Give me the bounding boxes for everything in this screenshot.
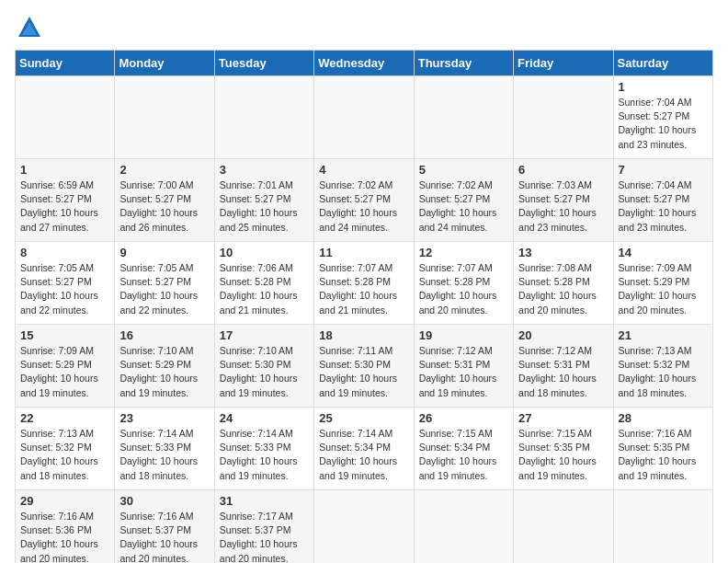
day-info: Sunrise: 7:12 AM Sunset: 5:31 PM Dayligh… (518, 344, 608, 400)
day-info: Sunrise: 7:10 AM Sunset: 5:29 PM Dayligh… (119, 344, 209, 400)
day-info: Sunrise: 7:10 AM Sunset: 5:30 PM Dayligh… (220, 344, 309, 400)
calendar-cell: 8Sunrise: 7:05 AM Sunset: 5:27 PM Daylig… (16, 242, 115, 325)
calendar-cell (414, 490, 513, 564)
day-info: Sunrise: 7:13 AM Sunset: 5:32 PM Dayligh… (619, 344, 708, 400)
calendar-cell (115, 76, 214, 159)
calendar-cell: 9Sunrise: 7:05 AM Sunset: 5:27 PM Daylig… (115, 242, 214, 325)
day-info: Sunrise: 7:15 AM Sunset: 5:35 PM Dayligh… (518, 427, 608, 483)
calendar-cell (613, 490, 712, 564)
day-info: Sunrise: 7:17 AM Sunset: 5:37 PM Dayligh… (220, 510, 309, 563)
calendar-cell (514, 76, 613, 159)
day-number: 26 (419, 411, 508, 425)
calendar-cell: 15Sunrise: 7:09 AM Sunset: 5:29 PM Dayli… (16, 325, 115, 408)
day-number: 31 (220, 494, 309, 508)
day-info: Sunrise: 7:09 AM Sunset: 5:29 PM Dayligh… (20, 344, 109, 400)
header-sunday: Sunday (16, 51, 115, 76)
day-info: Sunrise: 7:04 AM Sunset: 5:27 PM Dayligh… (619, 96, 708, 152)
day-info: Sunrise: 7:05 AM Sunset: 5:27 PM Dayligh… (119, 261, 209, 317)
calendar-cell: 22Sunrise: 7:13 AM Sunset: 5:32 PM Dayli… (16, 408, 115, 490)
calendar-cell: 13Sunrise: 7:08 AM Sunset: 5:28 PM Dayli… (514, 242, 613, 325)
day-info: Sunrise: 7:09 AM Sunset: 5:29 PM Dayligh… (619, 261, 708, 317)
calendar-cell: 10Sunrise: 7:06 AM Sunset: 5:28 PM Dayli… (214, 242, 313, 325)
day-info: Sunrise: 7:14 AM Sunset: 5:34 PM Dayligh… (319, 427, 408, 483)
header-saturday: Saturday (613, 51, 712, 76)
calendar-cell: 26Sunrise: 7:15 AM Sunset: 5:34 PM Dayli… (414, 408, 513, 490)
calendar-cell: 29Sunrise: 7:16 AM Sunset: 5:36 PM Dayli… (16, 490, 115, 564)
day-number: 19 (419, 328, 508, 342)
calendar-header-row: SundayMondayTuesdayWednesdayThursdayFrid… (16, 51, 713, 76)
calendar-week-1: 1Sunrise: 7:04 AM Sunset: 5:27 PM Daylig… (16, 76, 713, 159)
header-tuesday: Tuesday (214, 51, 313, 76)
day-number: 28 (619, 411, 708, 425)
calendar-cell: 17Sunrise: 7:10 AM Sunset: 5:30 PM Dayli… (214, 325, 313, 408)
day-number: 21 (619, 328, 708, 342)
calendar-cell: 5Sunrise: 7:02 AM Sunset: 5:27 PM Daylig… (414, 159, 513, 242)
day-number: 11 (319, 246, 408, 259)
day-info: Sunrise: 7:14 AM Sunset: 5:33 PM Dayligh… (119, 427, 209, 483)
calendar-week-6: 29Sunrise: 7:16 AM Sunset: 5:36 PM Dayli… (16, 490, 713, 564)
header-friday: Friday (514, 51, 613, 76)
day-number: 13 (518, 246, 608, 259)
calendar-week-4: 15Sunrise: 7:09 AM Sunset: 5:29 PM Dayli… (16, 325, 713, 408)
day-number: 3 (220, 163, 309, 177)
day-number: 30 (119, 494, 209, 508)
calendar-week-2: 1Sunrise: 6:59 AM Sunset: 5:27 PM Daylig… (16, 159, 713, 242)
day-info: Sunrise: 6:59 AM Sunset: 5:27 PM Dayligh… (20, 178, 109, 235)
day-info: Sunrise: 7:11 AM Sunset: 5:30 PM Dayligh… (319, 344, 408, 400)
calendar-cell: 1Sunrise: 6:59 AM Sunset: 5:27 PM Daylig… (16, 159, 115, 242)
day-number: 5 (419, 163, 508, 177)
calendar-cell: 30Sunrise: 7:16 AM Sunset: 5:37 PM Dayli… (115, 490, 214, 564)
calendar-cell (514, 490, 613, 564)
calendar-cell: 23Sunrise: 7:14 AM Sunset: 5:33 PM Dayli… (115, 408, 214, 490)
calendar-cell: 18Sunrise: 7:11 AM Sunset: 5:30 PM Dayli… (314, 325, 414, 408)
day-info: Sunrise: 7:00 AM Sunset: 5:27 PM Dayligh… (119, 178, 209, 235)
day-info: Sunrise: 7:16 AM Sunset: 5:35 PM Dayligh… (619, 427, 708, 483)
header-thursday: Thursday (414, 51, 513, 76)
day-number: 29 (20, 494, 109, 508)
day-number: 23 (119, 411, 209, 425)
day-number: 27 (518, 411, 608, 425)
day-number: 7 (619, 163, 708, 177)
day-info: Sunrise: 7:07 AM Sunset: 5:28 PM Dayligh… (419, 261, 508, 317)
day-number: 12 (419, 246, 508, 259)
day-info: Sunrise: 7:16 AM Sunset: 5:36 PM Dayligh… (20, 510, 109, 563)
day-info: Sunrise: 7:01 AM Sunset: 5:27 PM Dayligh… (220, 178, 309, 235)
day-number: 24 (220, 411, 309, 425)
day-number: 17 (220, 328, 309, 342)
calendar-cell: 14Sunrise: 7:09 AM Sunset: 5:29 PM Dayli… (613, 242, 712, 325)
calendar-cell: 20Sunrise: 7:12 AM Sunset: 5:31 PM Dayli… (514, 325, 613, 408)
day-number: 14 (619, 246, 708, 259)
calendar-cell (16, 76, 115, 159)
day-info: Sunrise: 7:02 AM Sunset: 5:27 PM Dayligh… (419, 178, 508, 235)
page-header (15, 15, 713, 40)
calendar-cell: 12Sunrise: 7:07 AM Sunset: 5:28 PM Dayli… (414, 242, 513, 325)
day-number: 16 (119, 328, 209, 342)
day-number: 1 (20, 163, 109, 177)
day-number: 25 (319, 411, 408, 425)
calendar-cell: 27Sunrise: 7:15 AM Sunset: 5:35 PM Dayli… (514, 408, 613, 490)
calendar-week-3: 8Sunrise: 7:05 AM Sunset: 5:27 PM Daylig… (16, 242, 713, 325)
day-number: 6 (518, 163, 608, 177)
day-info: Sunrise: 7:05 AM Sunset: 5:27 PM Dayligh… (20, 261, 109, 317)
calendar-cell: 28Sunrise: 7:16 AM Sunset: 5:35 PM Dayli… (613, 408, 712, 490)
calendar-cell: 4Sunrise: 7:02 AM Sunset: 5:27 PM Daylig… (314, 159, 414, 242)
calendar-cell: 7Sunrise: 7:04 AM Sunset: 5:27 PM Daylig… (613, 159, 712, 242)
calendar-cell: 16Sunrise: 7:10 AM Sunset: 5:29 PM Dayli… (115, 325, 214, 408)
calendar-cell: 11Sunrise: 7:07 AM Sunset: 5:28 PM Dayli… (314, 242, 414, 325)
day-info: Sunrise: 7:06 AM Sunset: 5:28 PM Dayligh… (220, 261, 309, 317)
calendar-cell: 6Sunrise: 7:03 AM Sunset: 5:27 PM Daylig… (514, 159, 613, 242)
calendar-cell (414, 76, 513, 159)
calendar-cell: 1Sunrise: 7:04 AM Sunset: 5:27 PM Daylig… (613, 76, 712, 159)
day-info: Sunrise: 7:16 AM Sunset: 5:37 PM Dayligh… (119, 510, 209, 563)
day-info: Sunrise: 7:14 AM Sunset: 5:33 PM Dayligh… (220, 427, 309, 483)
day-info: Sunrise: 7:13 AM Sunset: 5:32 PM Dayligh… (20, 427, 109, 483)
day-number: 9 (119, 246, 209, 259)
day-info: Sunrise: 7:07 AM Sunset: 5:28 PM Dayligh… (319, 261, 408, 317)
calendar-cell: 31Sunrise: 7:17 AM Sunset: 5:37 PM Dayli… (214, 490, 313, 564)
day-info: Sunrise: 7:12 AM Sunset: 5:31 PM Dayligh… (419, 344, 508, 400)
calendar-cell: 3Sunrise: 7:01 AM Sunset: 5:27 PM Daylig… (214, 159, 313, 242)
logo (15, 15, 42, 40)
calendar-table: SundayMondayTuesdayWednesdayThursdayFrid… (15, 50, 713, 563)
day-number: 8 (20, 246, 109, 259)
logo-icon (17, 15, 42, 40)
